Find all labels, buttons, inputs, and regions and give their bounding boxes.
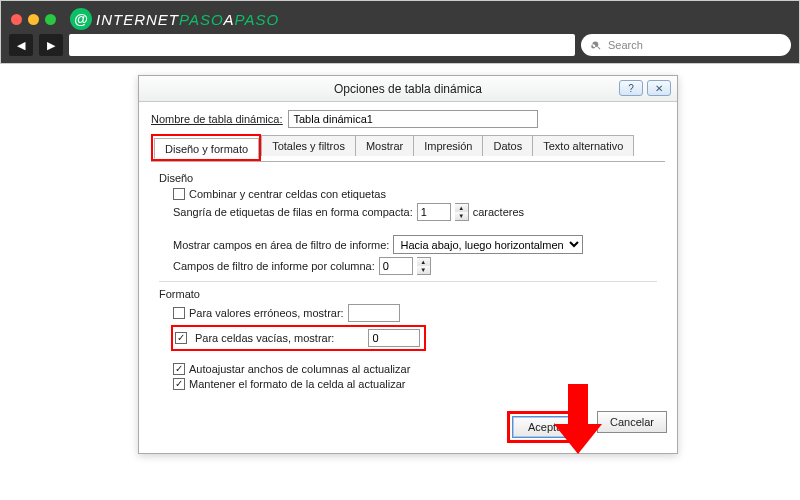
close-icon[interactable]	[11, 14, 22, 25]
merge-checkbox[interactable]	[173, 188, 185, 200]
maximize-icon[interactable]	[45, 14, 56, 25]
cancel-button[interactable]: Cancelar	[597, 411, 667, 433]
group-format: Formato	[159, 288, 657, 300]
table-name-label: Nombre de tabla dinámica:	[151, 113, 282, 125]
site-logo: @ INTERNETPASOAPASO	[70, 8, 279, 30]
group-design: Diseño	[159, 172, 657, 184]
fields-combo[interactable]: Hacia abajo, luego horizontalmente	[393, 235, 583, 254]
indent-input[interactable]	[417, 203, 451, 221]
search-placeholder: Search	[608, 39, 643, 51]
tab-print[interactable]: Impresión	[413, 135, 483, 156]
error-checkbox[interactable]	[173, 307, 185, 319]
indent-spinner[interactable]: ▲▼	[455, 203, 469, 221]
empty-label: Para celdas vacías, mostrar:	[195, 332, 334, 344]
search-icon	[591, 40, 602, 51]
tab-alttext[interactable]: Texto alternativo	[532, 135, 634, 156]
browser-chrome: @ INTERNETPASOAPASO ◀ ▶ Search	[0, 0, 800, 64]
autofit-label: Autoajustar anchos de columnas al actual…	[189, 363, 410, 375]
empty-input[interactable]	[368, 329, 420, 347]
percol-label: Campos de filtro de informe por columna:	[173, 260, 375, 272]
tab-bar: Diseño y formato Totales y filtros Mostr…	[151, 134, 665, 162]
preserve-checkbox[interactable]	[173, 378, 185, 390]
tab-show[interactable]: Mostrar	[355, 135, 414, 156]
tab-design[interactable]: Diseño y formato	[154, 138, 259, 159]
autofit-checkbox[interactable]	[173, 363, 185, 375]
search-input[interactable]: Search	[581, 34, 791, 56]
fields-label: Mostrar campos en área de filtro de info…	[173, 239, 389, 251]
back-button[interactable]: ◀	[9, 34, 33, 56]
annotation-arrow-icon	[554, 384, 602, 458]
close-button[interactable]: ✕	[647, 80, 671, 96]
merge-label: Combinar y centrar celdas con etiquetas	[189, 188, 386, 200]
error-input[interactable]	[348, 304, 400, 322]
highlight-tab: Diseño y formato	[151, 134, 261, 161]
indent-suffix: caracteres	[473, 206, 524, 218]
indent-label: Sangría de etiquetas de filas en forma c…	[173, 206, 413, 218]
address-bar[interactable]	[69, 34, 575, 56]
table-name-input[interactable]	[288, 110, 538, 128]
empty-checkbox[interactable]	[175, 332, 187, 344]
logo-text: INTERNETPASOAPASO	[96, 11, 279, 28]
tab-data[interactable]: Datos	[482, 135, 533, 156]
dialog-titlebar: Opciones de tabla dinámica ? ✕	[139, 76, 677, 102]
help-button[interactable]: ?	[619, 80, 643, 96]
window-controls: @ INTERNETPASOAPASO	[1, 1, 799, 30]
preserve-label: Mantener el formato de la celda al actua…	[189, 378, 405, 390]
logo-badge-icon: @	[70, 8, 92, 30]
highlight-empty-cells: Para celdas vacías, mostrar:	[171, 325, 426, 351]
percol-spinner[interactable]: ▲▼	[417, 257, 431, 275]
error-label: Para valores erróneos, mostrar:	[189, 307, 344, 319]
percol-input[interactable]	[379, 257, 413, 275]
minimize-icon[interactable]	[28, 14, 39, 25]
tab-totals[interactable]: Totales y filtros	[261, 135, 356, 156]
dialog-title: Opciones de tabla dinámica	[334, 82, 482, 96]
forward-button[interactable]: ▶	[39, 34, 63, 56]
